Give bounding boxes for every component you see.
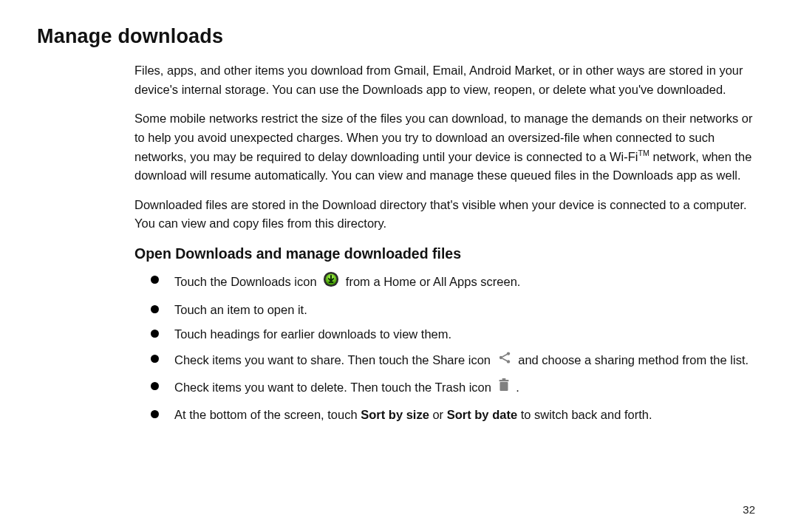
- bullet5-text-a: Check items you want to delete. Then tou…: [174, 381, 495, 394]
- downloads-icon: [323, 271, 339, 293]
- bullet1-text-a: Touch the Downloads icon: [174, 275, 320, 288]
- bullet6-bold-1: Sort by size: [361, 408, 429, 421]
- svg-rect-10: [502, 378, 505, 380]
- bullet4-text-a: Check items you want to share. Then touc…: [174, 353, 494, 366]
- bullet1-text-b: from a Home or All Apps screen.: [346, 275, 521, 288]
- bullet6-text-mid: or: [429, 408, 447, 421]
- intro-paragraph-2: Some mobile networks restrict the size o…: [134, 109, 755, 185]
- page-number: 32: [743, 503, 755, 516]
- list-item: Check items you want to share. Then touc…: [151, 350, 755, 372]
- trash-icon: [498, 378, 510, 398]
- bullet6-bold-2: Sort by date: [447, 408, 517, 421]
- bullet2-text: Touch an item to open it.: [174, 303, 307, 316]
- page-title: Manage downloads: [37, 25, 761, 48]
- bullet3-text: Touch headings for earlier downloads to …: [174, 327, 451, 341]
- svg-line-6: [502, 354, 507, 357]
- list-item: Touch headings for earlier downloads to …: [151, 325, 755, 344]
- svg-rect-8: [499, 382, 508, 391]
- instruction-list: Touch the Downloads icon: [134, 271, 755, 424]
- share-icon: [497, 350, 512, 371]
- svg-line-7: [502, 358, 507, 361]
- bullet6-text-b: to switch back and forth.: [517, 408, 652, 421]
- section-heading: Open Downloads and manage downloaded fil…: [134, 245, 755, 262]
- bullet5-text-b: .: [516, 381, 519, 394]
- list-item: Touch an item to open it.: [151, 301, 755, 320]
- list-item: At the bottom of the screen, touch Sort …: [151, 406, 755, 425]
- list-item: Check items you want to delete. Then tou…: [151, 378, 755, 400]
- intro-paragraph-1: Files, apps, and other items you downloa…: [134, 61, 755, 99]
- bullet6-text-a: At the bottom of the screen, touch: [174, 408, 361, 421]
- list-item: Touch the Downloads icon: [151, 271, 755, 295]
- bullet4-text-b: and choose a sharing method from the lis…: [518, 353, 748, 366]
- document-page: Manage downloads Files, apps, and other …: [0, 0, 798, 532]
- body-content: Files, apps, and other items you downloa…: [134, 61, 755, 424]
- svg-rect-9: [499, 380, 508, 381]
- intro-paragraph-3: Downloaded files are stored in the Downl…: [134, 196, 755, 233]
- tm-superscript: TM: [638, 149, 649, 157]
